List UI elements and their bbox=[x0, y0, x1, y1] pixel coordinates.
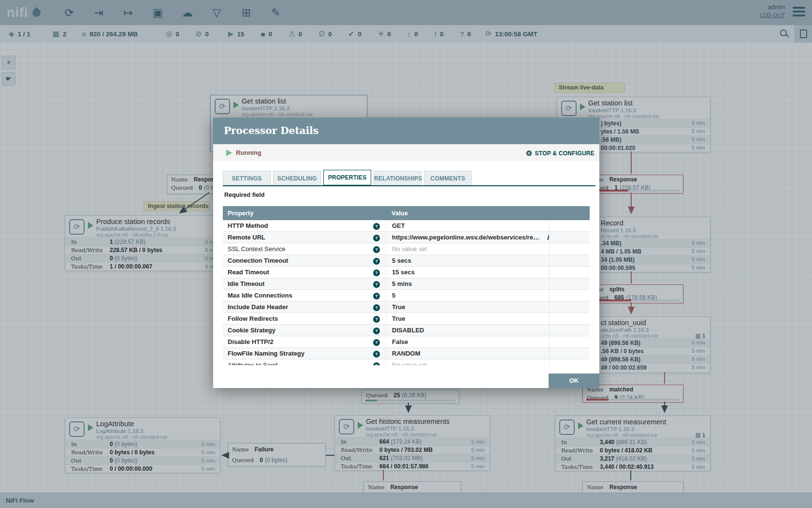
property-name: Idle Timeout bbox=[223, 280, 367, 287]
help-icon[interactable]: ? bbox=[373, 281, 380, 288]
property-value: DISABLED bbox=[386, 325, 549, 336]
spacer-cell bbox=[549, 255, 590, 266]
help-icon[interactable]: ? bbox=[373, 235, 380, 241]
property-value: GET bbox=[386, 220, 549, 231]
help-icon[interactable]: ? bbox=[373, 246, 380, 253]
property-value: https://www.pegelonline.wsv.de/webservic… bbox=[386, 232, 549, 243]
property-name: Connection Timeout bbox=[223, 257, 367, 264]
spacer-cell bbox=[549, 290, 590, 301]
property-row-follow-redirects: Follow Redirects?True bbox=[223, 313, 590, 325]
run-state: Running bbox=[236, 149, 261, 156]
tab-scheduling[interactable]: SCHEDULING bbox=[273, 171, 321, 185]
spacer-cell bbox=[549, 325, 590, 336]
property-row-flowfile-naming-strategy: FlowFile Naming Strategy?RANDOM bbox=[223, 348, 590, 359]
gear-icon: ⚙ bbox=[526, 149, 533, 157]
property-name: FlowFile Naming Strategy bbox=[223, 350, 367, 357]
spacer-cell bbox=[549, 220, 590, 231]
column-property: Property bbox=[223, 209, 386, 217]
property-value: 15 secs bbox=[386, 267, 549, 278]
ok-button[interactable]: OK bbox=[549, 374, 599, 388]
running-icon bbox=[226, 149, 232, 156]
property-row-ssl-context-service: SSL Context Service?No value set bbox=[223, 243, 590, 255]
property-name: Max Idle Connections bbox=[223, 292, 367, 299]
dialog-status-bar: Running ⚙STOP & CONFIGURE bbox=[213, 144, 599, 161]
spacer-cell bbox=[549, 313, 590, 324]
help-icon[interactable]: ? bbox=[373, 362, 380, 366]
property-value: False bbox=[386, 336, 549, 347]
property-row-idle-timeout: Idle Timeout?5 mins bbox=[223, 278, 590, 290]
column-value: Value bbox=[386, 209, 408, 217]
help-icon[interactable]: ? bbox=[373, 351, 380, 358]
tab-settings[interactable]: SETTINGS bbox=[223, 171, 271, 185]
property-name: Follow Redirects bbox=[223, 315, 367, 322]
spacer-cell bbox=[549, 301, 590, 313]
property-value: No value set bbox=[386, 243, 549, 254]
property-name: Include Date Header bbox=[223, 303, 367, 311]
property-row-attributes-to-send: Attributes to Send?No value set bbox=[223, 359, 590, 365]
property-value: 5 mins bbox=[386, 278, 549, 289]
spacer-cell bbox=[549, 359, 590, 365]
spacer-cell bbox=[549, 348, 590, 359]
dialog-tabs: SETTINGS SCHEDULING PROPERTIES RELATIONS… bbox=[223, 169, 595, 186]
property-row-disable-http2: Disable HTTP/2?False bbox=[223, 336, 590, 348]
property-name: Remote URL bbox=[223, 234, 367, 241]
property-value: True bbox=[386, 301, 549, 313]
property-row-include-date-header: Include Date Header?True bbox=[223, 301, 590, 313]
property-value: 5 bbox=[386, 290, 549, 301]
help-icon[interactable]: ? bbox=[373, 293, 380, 299]
properties-table: Property Value HTTP Method?GET Remote UR… bbox=[223, 206, 590, 365]
property-row-cookie-strategy: Cookie Strategy?DISABLED bbox=[223, 325, 590, 336]
help-icon[interactable]: ? bbox=[373, 328, 380, 334]
property-row-http-method: HTTP Method?GET bbox=[223, 220, 590, 232]
help-icon[interactable]: ? bbox=[373, 339, 380, 346]
property-name: Attributes to Send bbox=[223, 361, 367, 365]
help-icon[interactable]: ? bbox=[373, 304, 380, 311]
property-name: Cookie Strategy bbox=[223, 327, 367, 334]
tab-comments[interactable]: COMMENTS bbox=[424, 171, 472, 185]
property-value: 5 secs bbox=[386, 255, 549, 266]
property-row-max-idle-connections: Max Idle Connections?5 bbox=[223, 290, 590, 301]
properties-table-header: Property Value bbox=[223, 206, 590, 220]
property-name: Disable HTTP/2 bbox=[223, 338, 367, 345]
property-value: True bbox=[386, 313, 549, 324]
tab-relationships[interactable]: RELATIONSHIPS bbox=[374, 171, 421, 185]
property-row-connection-timeout: Connection Timeout?5 secs bbox=[223, 255, 590, 267]
property-row-read-timeout: Read Timeout?15 secs bbox=[223, 267, 590, 278]
property-value: No value set bbox=[386, 359, 549, 365]
processor-details-dialog: Processor Details Running ⚙STOP & CONFIG… bbox=[213, 118, 599, 388]
property-name: HTTP Method bbox=[223, 222, 367, 229]
property-value: RANDOM bbox=[386, 348, 549, 359]
tab-properties[interactable]: PROPERTIES bbox=[323, 170, 371, 185]
help-icon[interactable]: ? bbox=[373, 269, 380, 276]
property-name: Read Timeout bbox=[223, 269, 367, 276]
properties-table-rows: HTTP Method?GET Remote URL?https://www.p… bbox=[223, 220, 590, 365]
dialog-title: Processor Details bbox=[213, 118, 599, 144]
spacer-cell bbox=[549, 267, 590, 278]
stop-and-configure-button[interactable]: ⚙STOP & CONFIGURE bbox=[526, 149, 594, 158]
spacer-cell bbox=[549, 232, 590, 243]
help-icon[interactable]: ? bbox=[373, 316, 380, 323]
property-row-remote-url: Remote URL?https://www.pegelonline.wsv.d… bbox=[223, 232, 590, 243]
spacer-cell bbox=[549, 278, 590, 289]
help-icon[interactable]: ? bbox=[373, 223, 380, 230]
required-field-note: Required field bbox=[224, 192, 264, 198]
spacer-cell bbox=[549, 336, 590, 347]
spacer-cell bbox=[549, 243, 590, 254]
property-name: SSL Context Service bbox=[223, 245, 367, 253]
help-icon[interactable]: ? bbox=[373, 258, 380, 265]
